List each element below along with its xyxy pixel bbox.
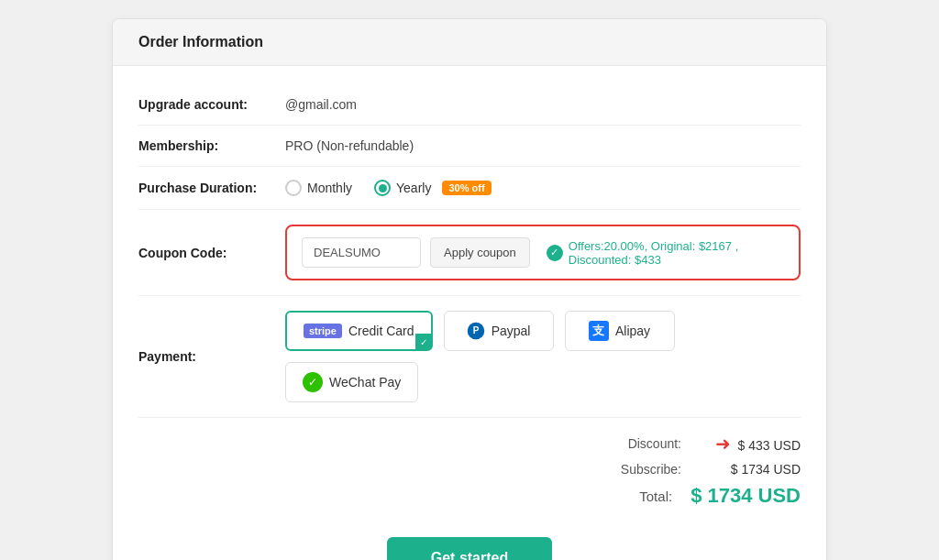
wechat-icon: ✓ [303,372,323,392]
yearly-radio[interactable] [374,180,391,196]
coupon-label: Coupon Code: [138,246,285,260]
get-started-button[interactable]: Get started [387,537,552,560]
upgrade-row: Upgrade account: @gmail.com [138,84,801,126]
coupon-input[interactable] [302,237,421,268]
subscribe-row: Subscribe: $ 1734 USD [138,462,801,477]
monthly-label: Monthly [307,181,352,195]
monthly-option[interactable]: Monthly [285,180,352,196]
payment-row: Payment: stripe Credit Card ✓ P Paypal [138,296,801,418]
payment-options: stripe Credit Card ✓ P Paypal 支 Alipay [285,311,801,402]
card-header: Order Information [113,19,826,66]
credit-card-selected-check: ✓ [415,334,432,350]
apply-coupon-button[interactable]: Apply coupon [430,237,530,268]
card-title: Order Information [138,34,801,50]
upgrade-value: @gmail.com [285,97,357,112]
payment-wechat[interactable]: ✓ WeChat Pay [285,362,418,402]
discount-label: Discount: [599,436,681,451]
coupon-box: Apply coupon ✓ Offers:20.00%, Original: … [285,225,801,280]
coupon-success-message: ✓ Offers:20.00%, Original: $2167 , Disco… [547,239,784,267]
stripe-badge: stripe [304,324,342,338]
discount-row: Discount: ➜ $ 433 USD [138,433,801,455]
discount-badge: 30% off [442,181,491,195]
total-value: $ 1734 USD [690,484,801,508]
payment-paypal[interactable]: P Paypal [444,311,554,351]
alipay-label: Alipay [615,324,650,338]
check-icon: ✓ [547,245,563,261]
subscribe-value: $ 1734 USD [700,462,801,477]
yearly-option[interactable]: Yearly 30% off [374,180,492,196]
membership-value: PRO (Non-refundable) [285,138,414,153]
upgrade-label: Upgrade account: [138,97,285,112]
arrow-icon: ➜ [715,433,731,455]
paypal-icon: P [467,322,485,340]
alipay-icon: 支 [589,321,609,341]
get-started-row: Get started [138,522,801,560]
order-card: Order Information Upgrade account: @gmai… [112,18,827,560]
payment-credit-card[interactable]: stripe Credit Card ✓ [285,311,433,351]
credit-card-label: Credit Card [348,324,414,338]
duration-label: Purchase Duration: [138,181,285,195]
duration-options: Monthly Yearly 30% off [285,180,492,196]
total-row: Total: $ 1734 USD [138,484,801,508]
membership-row: Membership: PRO (Non-refundable) [138,126,801,167]
total-label: Total: [590,489,672,504]
coupon-row: Coupon Code: Apply coupon ✓ Offers:20.00… [138,210,801,296]
subscribe-label: Subscribe: [599,462,681,477]
card-body: Upgrade account: @gmail.com Membership: … [113,66,826,560]
duration-row: Purchase Duration: Monthly Yearly 30% of… [138,167,801,210]
payment-alipay[interactable]: 支 Alipay [565,311,675,351]
monthly-radio[interactable] [285,180,302,196]
yearly-label: Yearly [396,181,431,195]
summary-section: Discount: ➜ $ 433 USD Subscribe: $ 1734 … [138,418,801,522]
svg-text:P: P [472,325,479,335]
coupon-success-text: Offers:20.00%, Original: $2167 , Discoun… [569,239,784,267]
payment-label: Payment: [138,349,285,364]
discount-value: ➜ $ 433 USD [700,433,801,455]
paypal-label: Paypal [492,324,531,338]
membership-label: Membership: [138,138,285,153]
wechat-label: WeChat Pay [329,375,401,390]
